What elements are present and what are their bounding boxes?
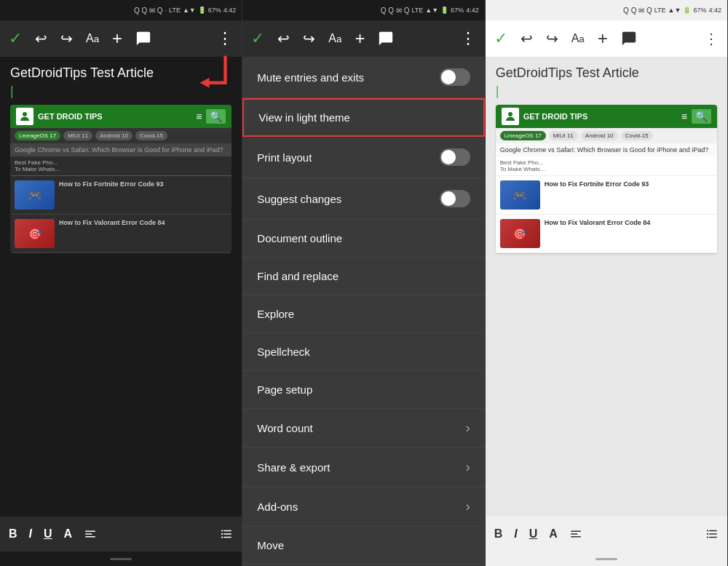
- underline-icon-left[interactable]: U: [44, 527, 52, 541]
- search-icon-left: 🔍: [206, 109, 226, 124]
- chevron-word-count: ›: [466, 420, 470, 436]
- article2-img-right: 🎯: [500, 219, 540, 248]
- font-color-icon-right[interactable]: A: [549, 527, 558, 541]
- add-icon-right[interactable]: +: [598, 28, 608, 49]
- signal-icon: ·: [165, 7, 167, 14]
- menu-item-print-layout[interactable]: Print layout: [242, 137, 484, 178]
- list-icon-right[interactable]: [705, 527, 719, 541]
- redo-icon-left[interactable]: ↪: [60, 30, 73, 47]
- font-color-icon-left[interactable]: A: [64, 527, 73, 541]
- hamburger-icon-right: ≡: [681, 111, 687, 122]
- status-icons-left: Q Q ✉ Q · LTE ▲▼ 🔋 67% 4:42: [134, 7, 236, 15]
- article1-text-right: How to Fix Fortnite Error Code 93: [545, 180, 713, 210]
- align-icon-left[interactable]: [84, 527, 97, 541]
- redo-icon-right[interactable]: ↪: [546, 30, 558, 47]
- format-bar-left: B I U A: [0, 517, 242, 551]
- menu-item-suggest[interactable]: Suggest changes: [242, 178, 484, 220]
- underline-icon-right[interactable]: U: [529, 527, 538, 541]
- chevron-share-export: ›: [466, 460, 470, 475]
- font-icon-right[interactable]: Aa: [571, 32, 585, 45]
- more-icon-middle[interactable]: ⋮: [460, 29, 476, 48]
- menu-label-explore: Explore: [257, 308, 470, 320]
- chat-icon-left[interactable]: [135, 31, 151, 47]
- menu-item-find-replace[interactable]: Find and replace: [242, 258, 484, 295]
- add-icon-left[interactable]: +: [112, 28, 122, 49]
- chat-icon-right[interactable]: [621, 31, 637, 47]
- menu-item-explore[interactable]: Explore: [242, 295, 484, 333]
- battery-percent-r: 67%: [693, 7, 706, 14]
- menu-label-outline: Document outline: [257, 232, 470, 244]
- menu-item-light-theme[interactable]: View in light theme: [242, 98, 484, 137]
- time-middle: 4:42: [466, 7, 479, 14]
- menu-item-share-export[interactable]: Share & export ›: [242, 448, 484, 487]
- tag-lineage-right: LineageOS 17: [500, 131, 546, 140]
- brand-icons: Q Q ✉ Q: [134, 7, 163, 15]
- chevron-addons: ›: [466, 499, 470, 514]
- italic-icon-left[interactable]: I: [29, 527, 32, 541]
- menu-item-spellcheck[interactable]: Spellcheck: [242, 333, 484, 371]
- undo-icon-right[interactable]: ↩: [521, 30, 533, 47]
- chat-icon-middle[interactable]: [378, 31, 394, 47]
- menu-label-mute: Mute entries and exits: [257, 71, 439, 84]
- menu-label-addons: Add-ons: [257, 501, 465, 513]
- bold-icon-right[interactable]: B: [494, 527, 503, 541]
- scroll-indicator-left: [0, 551, 242, 566]
- wifi-icon-m: ▲▼: [425, 7, 438, 14]
- card-header-title-right: GET DROID TIPS: [523, 112, 677, 121]
- menu-label-light-theme: View in light theme: [258, 111, 468, 124]
- dropdown-menu: Mute entries and exits View in light the…: [242, 57, 484, 566]
- more-icon-left[interactable]: ⋮: [217, 29, 233, 48]
- undo-icon-left[interactable]: ↩: [35, 30, 47, 47]
- middle-panel: Q Q ✉ Q LTE ▲▼ 🔋 67% 4:42 ✓ ↩ ↪ Aa + ⋮ G…: [242, 0, 485, 566]
- card-tags-right: LineageOS 17 MIUI 11 Android 10 Covid-15: [496, 128, 717, 143]
- card-header-right: GET DROID TIPS ≡ 🔍: [496, 105, 717, 128]
- redo-icon-middle[interactable]: ↪: [303, 30, 315, 47]
- status-bar-left: Q Q ✉ Q · LTE ▲▼ 🔋 67% 4:42: [0, 0, 242, 20]
- status-icons-middle: Q Q ✉ Q LTE ▲▼ 🔋 67% 4:42: [381, 7, 479, 15]
- valorant-icon-right: 🎯: [513, 227, 527, 241]
- website-card-left: GET DROID TIPS ≡ 🔍 LineageOS 17 MIUI 11 …: [10, 105, 232, 253]
- tag-lineage-left: LineageOS 17: [15, 131, 60, 140]
- menu-item-outline[interactable]: Document outline: [242, 220, 484, 258]
- font-icon-middle[interactable]: Aa: [328, 32, 341, 45]
- card-article2-left: 🎯 How to Fix Valorant Error Code 84: [10, 215, 232, 253]
- check-icon-middle[interactable]: ✓: [251, 29, 264, 48]
- toggle-suggest[interactable]: [440, 190, 470, 207]
- menu-item-mute[interactable]: Mute entries and exits: [242, 57, 484, 98]
- menu-item-word-count[interactable]: Word count ›: [242, 409, 484, 448]
- tag-android-left: Android 10: [95, 131, 132, 140]
- menu-item-page-setup[interactable]: Page setup: [242, 371, 484, 409]
- card-article2-right: 🎯 How to Fix Valorant Error Code 84: [496, 215, 717, 253]
- tag-miui-right: MIUI 11: [549, 131, 578, 140]
- font-icon-left[interactable]: Aa: [86, 32, 99, 45]
- menu-item-move[interactable]: Move: [242, 527, 484, 565]
- check-icon-left[interactable]: ✓: [9, 29, 22, 48]
- bold-icon-left[interactable]: B: [9, 527, 17, 541]
- battery-percent-m: 67%: [451, 7, 464, 14]
- card-headline-left: Google Chrome vs Safari: Which Browser i…: [10, 143, 232, 156]
- scroll-indicator-right: [486, 551, 727, 566]
- status-icons-right: Q Q ✉ Q LTE ▲▼ 🔋 67% 4:42: [623, 7, 721, 15]
- tag-covid-right: Covid-15: [621, 131, 653, 140]
- italic-icon-right[interactable]: I: [514, 527, 517, 541]
- toggle-mute[interactable]: [440, 68, 470, 86]
- check-icon-right[interactable]: ✓: [494, 29, 507, 48]
- list-icon-left[interactable]: [220, 527, 233, 541]
- wifi-icon-r: ▲▼: [668, 7, 681, 14]
- more-icon-right[interactable]: ⋮: [704, 30, 719, 47]
- align-icon-right[interactable]: [569, 527, 582, 541]
- card-article1-left: 🎮 How to Fix Fortnite Error Code 93: [10, 176, 232, 215]
- article2-img-left: 🎯: [15, 219, 55, 248]
- add-icon-middle[interactable]: +: [355, 28, 365, 49]
- toggle-print[interactable]: [440, 148, 470, 166]
- cursor-right: |: [496, 84, 717, 99]
- battery-icon-m: 🔋: [440, 7, 448, 14]
- network-icon-m: LTE: [411, 7, 423, 14]
- brand-icons-m: Q Q ✉ Q: [381, 7, 410, 15]
- toolbar-left: ✓ ↩ ↪ Aa + ⋮: [0, 20, 242, 57]
- undo-icon-middle[interactable]: ↩: [277, 30, 290, 47]
- menu-item-addons[interactable]: Add-ons ›: [242, 487, 484, 527]
- time-left: 4:42: [223, 7, 237, 14]
- doc-title-left: GetDroidTips Test Article: [10, 65, 232, 81]
- network-icon-r: LTE: [654, 7, 666, 14]
